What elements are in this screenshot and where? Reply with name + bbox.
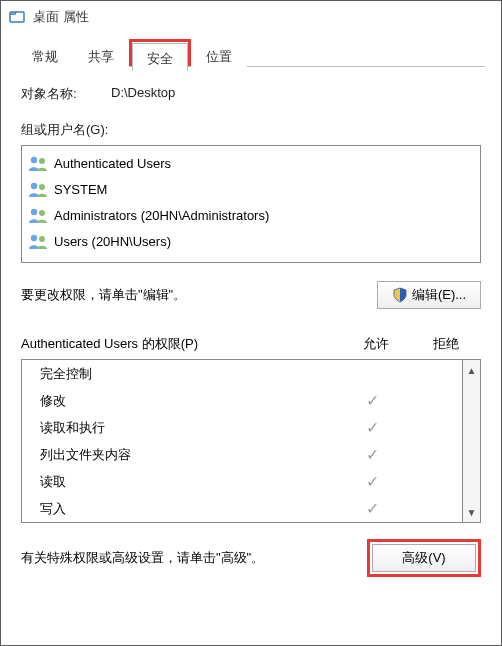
svg-point-7 <box>31 235 37 241</box>
advanced-highlight: 高级(V) <box>367 539 481 577</box>
scroll-down-arrow-icon[interactable]: ▼ <box>463 502 480 522</box>
permission-name: 写入 <box>22 500 342 518</box>
permission-row: 列出文件夹内容✓ <box>22 441 462 468</box>
permissions-listbox[interactable]: 完全控制修改✓读取和执行✓列出文件夹内容✓读取✓写入✓ <box>21 359 463 523</box>
object-name-label: 对象名称: <box>21 85 111 103</box>
tab-3[interactable]: 位置 <box>191 40 247 68</box>
permission-name: 读取和执行 <box>22 419 342 437</box>
permission-allow-check-icon: ✓ <box>342 445 402 464</box>
security-tab-pane: 对象名称: D:\Desktop 组或用户名(G): Authenticated… <box>17 67 485 581</box>
titlebar[interactable]: 桌面 属性 <box>1 1 501 33</box>
edit-hint: 要更改权限，请单击"编辑"。 <box>21 286 186 304</box>
tab-2[interactable]: 安全 <box>132 43 188 71</box>
object-name-row: 对象名称: D:\Desktop <box>21 85 481 103</box>
permissions-col-allow: 允许 <box>341 335 411 353</box>
list-item[interactable]: Authenticated Users <box>28 150 474 176</box>
svg-point-4 <box>39 184 45 190</box>
svg-point-8 <box>39 236 45 242</box>
list-item[interactable]: Users (20HN\Users) <box>28 228 474 254</box>
groups-label: 组或用户名(G): <box>21 121 481 139</box>
permissions-scrollbar[interactable]: ▲ ▼ <box>463 359 481 523</box>
permission-row: 读取✓ <box>22 468 462 495</box>
permission-allow-check-icon: ✓ <box>342 472 402 491</box>
tab-1[interactable]: 共享 <box>73 40 129 68</box>
permissions-header-label: Authenticated Users 的权限(P) <box>21 335 341 353</box>
svg-point-2 <box>39 158 45 164</box>
list-item[interactable]: SYSTEM <box>28 176 474 202</box>
list-item-label: SYSTEM <box>54 182 107 197</box>
permission-row: 完全控制 <box>22 360 462 387</box>
window-title: 桌面 属性 <box>33 8 89 26</box>
tab-label: 安全 <box>147 50 173 68</box>
tab-label: 常规 <box>32 48 58 66</box>
permission-row: 读取和执行✓ <box>22 414 462 441</box>
folder-icon <box>9 9 25 25</box>
advanced-row: 有关特殊权限或高级设置，请单击"高级"。 高级(V) <box>21 539 481 577</box>
permission-allow-check-icon: ✓ <box>342 391 402 410</box>
advanced-button-label: 高级(V) <box>402 549 445 567</box>
svg-point-5 <box>31 209 37 215</box>
permission-row: 修改✓ <box>22 387 462 414</box>
list-item-label: Users (20HN\Users) <box>54 234 171 249</box>
svg-point-1 <box>31 157 37 163</box>
properties-dialog: 桌面 属性 常规共享安全位置 对象名称: D:\Desktop 组或用户名(G)… <box>0 0 502 646</box>
users-group-icon <box>28 154 50 172</box>
svg-point-6 <box>39 210 45 216</box>
edit-row: 要更改权限，请单击"编辑"。 编辑(E)... <box>21 281 481 309</box>
advanced-button[interactable]: 高级(V) <box>372 544 476 572</box>
uac-shield-icon <box>392 287 408 303</box>
tab-0[interactable]: 常规 <box>17 40 73 68</box>
tab-label: 位置 <box>206 48 232 66</box>
permissions-header: Authenticated Users 的权限(P) 允许 拒绝 <box>21 335 481 353</box>
permissions-wrapper: 完全控制修改✓读取和执行✓列出文件夹内容✓读取✓写入✓ ▲ ▼ <box>21 359 481 523</box>
permission-allow-check-icon: ✓ <box>342 499 402 518</box>
tab-label: 共享 <box>88 48 114 66</box>
scroll-up-arrow-icon[interactable]: ▲ <box>463 360 480 380</box>
edit-button[interactable]: 编辑(E)... <box>377 281 481 309</box>
list-item-label: Administrators (20HN\Administrators) <box>54 208 269 223</box>
svg-point-3 <box>31 183 37 189</box>
users-group-icon <box>28 206 50 224</box>
permission-name: 修改 <box>22 392 342 410</box>
advanced-hint: 有关特殊权限或高级设置，请单击"高级"。 <box>21 549 264 567</box>
permission-row: 写入✓ <box>22 495 462 522</box>
users-group-icon <box>28 180 50 198</box>
edit-button-label: 编辑(E)... <box>412 286 466 304</box>
permission-name: 完全控制 <box>22 365 342 383</box>
permission-allow-check-icon: ✓ <box>342 418 402 437</box>
tab-strip: 常规共享安全位置 <box>17 39 485 67</box>
permissions-col-deny: 拒绝 <box>411 335 481 353</box>
groups-listbox[interactable]: Authenticated UsersSYSTEMAdministrators … <box>21 145 481 263</box>
content-area: 常规共享安全位置 对象名称: D:\Desktop 组或用户名(G): Auth… <box>1 33 501 597</box>
object-name-value: D:\Desktop <box>111 85 175 103</box>
list-item-label: Authenticated Users <box>54 156 171 171</box>
list-item[interactable]: Administrators (20HN\Administrators) <box>28 202 474 228</box>
permission-name: 列出文件夹内容 <box>22 446 342 464</box>
permission-name: 读取 <box>22 473 342 491</box>
users-group-icon <box>28 232 50 250</box>
